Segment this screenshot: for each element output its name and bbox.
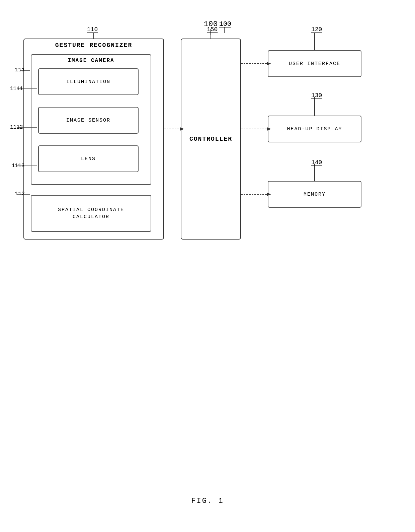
ref-111: 111 [15,67,25,73]
gesture-recognizer-label: GESTURE RECOGNIZER [24,42,163,49]
image-sensor-box: IMAGE SENSOR [38,107,139,134]
memory-label: MEMORY [304,192,326,197]
lens-box: LENS [38,145,139,172]
image-camera-label: IMAGE CAMERA [31,58,151,64]
controller-box: CONTROLLER [181,39,241,240]
ref-140-label: 140 [311,159,322,166]
ref-110-label: 110 [87,26,98,33]
spatial-coordinate-calculator-label: SPATIAL COORDINATE CALCULATOR [58,206,124,220]
ref-120-label: 120 [311,26,322,33]
fig-label: FIG. 1 [191,497,224,505]
ref-112: 112 [15,191,25,197]
ref-1113: 1113 [12,163,24,169]
gesture-recognizer-box: GESTURE RECOGNIZER IMAGE CAMERA ILLUMINA… [23,39,164,240]
head-up-display-box: HEAD-UP DISPLAY [268,116,361,142]
ref-100-label: 100 [219,20,231,28]
user-interface-box: USER INTERFACE [268,50,361,77]
ref-1112: 1112 [10,124,23,130]
illumination-label: ILLUMINATION [66,79,110,85]
controller-label: CONTROLLER [189,136,232,142]
image-camera-box: IMAGE CAMERA ILLUMINATION IMAGE SENSOR L… [31,54,151,185]
spatial-coordinate-calculator-box: SPATIAL COORDINATE CALCULATOR [31,195,151,232]
lens-label: LENS [81,156,96,162]
memory-box: MEMORY [268,181,361,208]
ref-150-label: 150 [207,26,218,33]
image-sensor-label: IMAGE SENSOR [66,118,110,123]
illumination-box: ILLUMINATION [38,68,139,95]
ref-130-label: 130 [311,92,322,99]
ref-1111: 1111 [10,86,23,92]
head-up-display-label: HEAD-UP DISPLAY [287,126,342,132]
user-interface-label: USER INTERFACE [289,61,340,67]
